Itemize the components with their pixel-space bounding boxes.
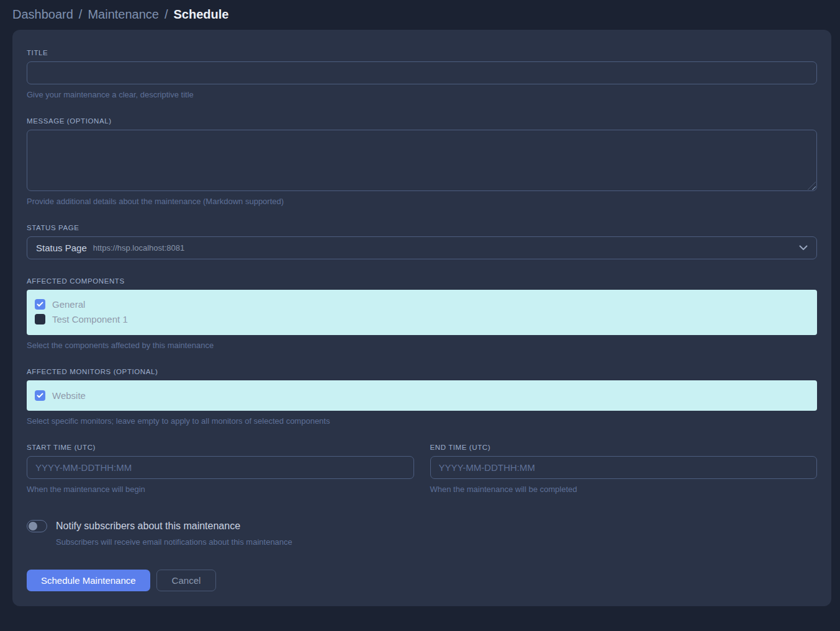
affected-components-panel: General Test Component 1 xyxy=(27,290,817,335)
title-input[interactable] xyxy=(27,61,817,84)
top-bar: Dashboard / Maintenance / Schedule xyxy=(0,0,840,28)
component-label-general: General xyxy=(52,299,85,310)
affected-components-helper-text: Select the components affected by this m… xyxy=(27,341,817,350)
end-time-label: END TIME (UTC) xyxy=(430,444,818,451)
title-label: TITLE xyxy=(27,49,817,56)
message-label: MESSAGE (OPTIONAL) xyxy=(27,117,817,125)
checkbox-test-component-1[interactable] xyxy=(35,314,45,324)
notify-subscribers-group: Notify subscribers about this maintenanc… xyxy=(27,520,817,547)
status-page-field-group: STATUS PAGE Status Page https://hsp.loca… xyxy=(27,224,817,259)
affected-monitors-helper-text: Select specific monitors; leave empty to… xyxy=(27,416,817,426)
message-textarea[interactable] xyxy=(27,130,817,191)
title-field-group: TITLE Give your maintenance a clear, des… xyxy=(27,49,817,99)
end-time-input[interactable] xyxy=(430,456,818,479)
checkbox-general[interactable] xyxy=(35,299,45,310)
status-page-label: STATUS PAGE xyxy=(27,224,817,231)
breadcrumb-separator: / xyxy=(79,7,83,22)
affected-monitors-panel: Website xyxy=(27,380,817,411)
start-time-field-group: START TIME (UTC) When the maintenance wi… xyxy=(27,444,414,494)
breadcrumb-current-schedule: Schedule xyxy=(174,7,229,22)
status-page-selected-value: Status Page xyxy=(36,243,87,253)
schedule-maintenance-button[interactable]: Schedule Maintenance xyxy=(27,570,150,591)
notify-subscribers-label: Notify subscribers about this maintenanc… xyxy=(56,521,240,532)
component-label-test-component-1: Test Component 1 xyxy=(52,314,128,324)
end-time-helper-text: When the maintenance will be completed xyxy=(430,485,818,494)
status-page-url: https://hsp.localhost:8081 xyxy=(93,243,184,253)
status-page-select[interactable]: Status Page https://hsp.localhost:8081 xyxy=(27,236,817,259)
start-time-helper-text: When the maintenance will begin xyxy=(27,485,414,494)
title-helper-text: Give your maintenance a clear, descripti… xyxy=(27,90,817,99)
start-time-input[interactable] xyxy=(27,456,414,479)
checkbox-website[interactable] xyxy=(35,390,45,401)
affected-monitors-group: AFFECTED MONITORS (OPTIONAL) Website Sel… xyxy=(27,368,817,426)
affected-components-group: AFFECTED COMPONENTS General Test Compone… xyxy=(27,277,817,350)
breadcrumb: Dashboard / Maintenance / Schedule xyxy=(12,7,828,22)
toggle-knob xyxy=(29,522,37,530)
affected-monitors-label: AFFECTED MONITORS (OPTIONAL) xyxy=(27,368,817,375)
chevron-down-icon xyxy=(799,245,808,251)
breadcrumb-separator: / xyxy=(165,7,168,22)
notify-subscribers-toggle-row[interactable]: Notify subscribers about this maintenanc… xyxy=(27,520,817,532)
notify-subscribers-helper-text: Subscribers will receive email notificat… xyxy=(56,537,817,547)
breadcrumb-maintenance[interactable]: Maintenance xyxy=(88,7,159,22)
notify-subscribers-toggle[interactable] xyxy=(27,520,47,532)
monitor-label-website: Website xyxy=(52,390,86,401)
form-actions-row: Schedule Maintenance Cancel xyxy=(27,570,817,591)
message-helper-text: Provide additional details about the mai… xyxy=(27,197,817,206)
affected-components-label: AFFECTED COMPONENTS xyxy=(27,277,817,285)
cancel-button[interactable]: Cancel xyxy=(156,570,217,591)
message-field-group: MESSAGE (OPTIONAL) Provide additional de… xyxy=(27,117,817,206)
time-fields-row: START TIME (UTC) When the maintenance wi… xyxy=(27,444,817,494)
breadcrumb-dashboard[interactable]: Dashboard xyxy=(12,7,73,22)
component-checkbox-row-test-component-1[interactable]: Test Component 1 xyxy=(35,314,810,324)
schedule-maintenance-form-card: TITLE Give your maintenance a clear, des… xyxy=(12,30,831,606)
end-time-field-group: END TIME (UTC) When the maintenance will… xyxy=(430,444,818,494)
monitor-checkbox-row-website[interactable]: Website xyxy=(35,390,810,401)
start-time-label: START TIME (UTC) xyxy=(27,444,414,451)
component-checkbox-row-general[interactable]: General xyxy=(35,299,810,310)
